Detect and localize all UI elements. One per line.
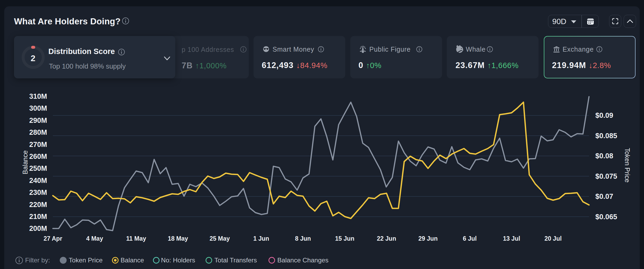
svg-text:200M: 200M bbox=[29, 225, 47, 232]
svg-text:270M: 270M bbox=[29, 141, 47, 149]
svg-text:$0.09: $0.09 bbox=[595, 111, 613, 119]
svg-text:210M: 210M bbox=[29, 213, 47, 221]
svg-text:13 Jul: 13 Jul bbox=[503, 235, 520, 242]
svg-text:15 Jun: 15 Jun bbox=[335, 235, 355, 242]
svg-text:$0.07: $0.07 bbox=[595, 192, 613, 200]
svg-text:230M: 230M bbox=[29, 189, 47, 196]
svg-text:Token Price: Token Price bbox=[624, 148, 631, 183]
svg-text:22 Jun: 22 Jun bbox=[377, 235, 396, 242]
svg-text:$0.065: $0.065 bbox=[595, 213, 617, 221]
svg-text:20 Jul: 20 Jul bbox=[544, 235, 562, 242]
svg-text:27 Apr: 27 Apr bbox=[44, 235, 62, 242]
svg-text:1 Jun: 1 Jun bbox=[253, 235, 269, 242]
svg-text:300M: 300M bbox=[29, 104, 47, 112]
svg-text:4 May: 4 May bbox=[86, 235, 103, 242]
svg-text:$0.085: $0.085 bbox=[595, 132, 617, 140]
svg-text:220M: 220M bbox=[29, 201, 47, 209]
svg-text:260M: 260M bbox=[29, 153, 47, 160]
svg-text:29 Jun: 29 Jun bbox=[418, 235, 438, 242]
svg-text:25 May: 25 May bbox=[210, 235, 230, 242]
svg-text:$0.075: $0.075 bbox=[595, 172, 617, 180]
svg-text:310M: 310M bbox=[29, 92, 47, 100]
svg-text:8 Jun: 8 Jun bbox=[295, 235, 311, 242]
svg-text:Balance: Balance bbox=[21, 150, 29, 174]
svg-text:290M: 290M bbox=[29, 116, 47, 124]
svg-text:6 Jul: 6 Jul bbox=[463, 235, 477, 242]
svg-text:250M: 250M bbox=[29, 164, 47, 172]
svg-text:240M: 240M bbox=[29, 177, 47, 185]
svg-text:280M: 280M bbox=[29, 128, 47, 136]
svg-text:$0.08: $0.08 bbox=[595, 152, 613, 160]
svg-text:11 May: 11 May bbox=[126, 235, 146, 242]
svg-text:18 May: 18 May bbox=[168, 235, 188, 242]
